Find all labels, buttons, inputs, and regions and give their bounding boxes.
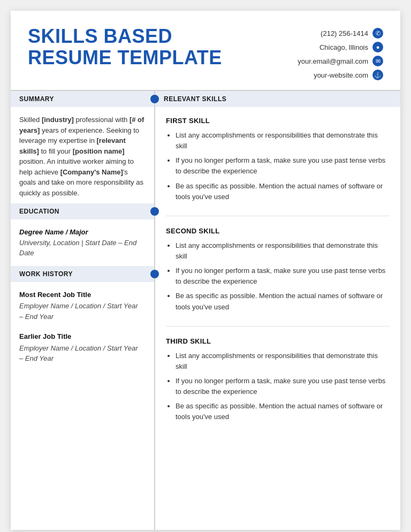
contact-location-row: Chicago, Illinois ● [319,42,383,52]
summary-bold-company: [Company's Name] [60,168,123,176]
email-text: your.email@gmail.com [298,57,368,65]
job-2-employer: Employer Name / Location / Start Year– E… [19,343,146,364]
relevant-skills-header: RELEVANT SKILLS [155,91,400,107]
phone-text: (212) 256-1414 [321,29,368,37]
email-icon: ✉ [372,56,383,66]
header-title: SKILLS BASED RESUME TEMPLATE [28,26,222,68]
education-label: EDUCATION [19,208,59,215]
skill-3-bullet-1: List any accomplishments or responsibili… [176,351,390,372]
location-text: Chicago, Illinois [319,43,368,51]
university-name: University, Location | Start Date – End … [19,238,146,259]
skill-2-bullet-1: List any accomplishments or responsibili… [176,240,390,262]
job-2-title: Earlier Job Title [19,331,146,342]
job-1-title: Most Recent Job Title [19,290,146,300]
contact-phone-row: (212) 256-1414 ✆ [321,28,383,39]
degree-name: Degree Name / Major [19,227,146,238]
work-job-1: Most Recent Job Title Employer Name / Lo… [11,290,154,322]
phone-icon: ✆ [372,28,383,39]
skill-1-title: FIRST SKILL [166,117,390,125]
summary-label: SUMMARY [19,95,54,103]
skill-1-bullet-3: Be as specific as possible. Mention the … [176,181,390,202]
work-history-section-header: WORK HISTORY [11,266,154,282]
summary-text: Skilled [industry] professional with [# … [19,115,146,198]
contact-website-row: your-website.com ⚓ [314,70,383,80]
work-history-dot [150,270,159,278]
skill-3-title: THIRD SKILL [166,337,390,345]
location-icon: ● [372,42,383,52]
relevant-skills-label: RELEVANT SKILLS [164,95,226,103]
skill-1-list: List any accomplishments or responsibili… [166,130,390,202]
skill-divider-1 [166,216,390,216]
skill-3-bullet-3: Be as specific as possible. Mention the … [176,401,390,422]
education-dot [150,207,159,216]
resume-title: SKILLS BASED RESUME TEMPLATE [28,26,222,68]
resume-page: SKILLS BASED RESUME TEMPLATE (212) 256-1… [11,11,400,530]
summary-bold-industry: [industry] [42,116,74,124]
contact-email-row: your.email@gmail.com ✉ [298,56,383,66]
skill-2-bullet-3: Be as specific as possible. Mention the … [176,291,390,312]
skill-2-list: List any accomplishments or responsibili… [166,240,390,313]
website-icon: ⚓ [372,70,383,80]
education-content: Degree Name / Major University, Location… [11,227,154,259]
skill-1-bullet-1: List any accomplishments or responsibili… [176,130,390,151]
job-1-employer: Employer Name / Location / Start Year– E… [19,301,146,322]
left-column: SUMMARY Skilled [industry] professional … [11,91,155,530]
header-contact: (212) 256-1414 ✆ Chicago, Illinois ● you… [298,26,383,80]
skill-divider-2 [166,326,390,326]
work-job-2: Earlier Job Title Employer Name / Locati… [11,331,154,364]
skill-section-1: FIRST SKILL List any accomplishments or … [155,115,400,216]
summary-bold-position: [position name] [73,147,125,155]
skill-3-list: List any accomplishments or responsibili… [166,351,390,423]
skill-section-3: THIRD SKILL List any accomplishments or … [155,335,400,436]
summary-section-header: SUMMARY [11,91,154,107]
summary-dot [150,95,159,103]
work-history-label: WORK HISTORY [19,270,73,278]
skill-2-title: SECOND SKILL [166,227,390,235]
summary-bold-years: [# of years] [19,116,144,134]
education-section-header: EDUCATION [11,203,154,219]
right-column: RELEVANT SKILLS FIRST SKILL List any acc… [155,91,400,530]
header: SKILLS BASED RESUME TEMPLATE (212) 256-1… [11,11,400,91]
skill-1-bullet-2: If you no longer perform a task, make su… [176,155,390,177]
website-text: your-website.com [314,71,368,79]
skill-3-bullet-2: If you no longer perform a task, make su… [176,376,390,397]
skill-section-2: SECOND SKILL List any accomplishments or… [155,225,400,326]
body: SUMMARY Skilled [industry] professional … [11,91,400,530]
skill-2-bullet-2: If you no longer perform a task, make su… [176,265,390,287]
summary-content: Skilled [industry] professional with [# … [11,115,154,198]
